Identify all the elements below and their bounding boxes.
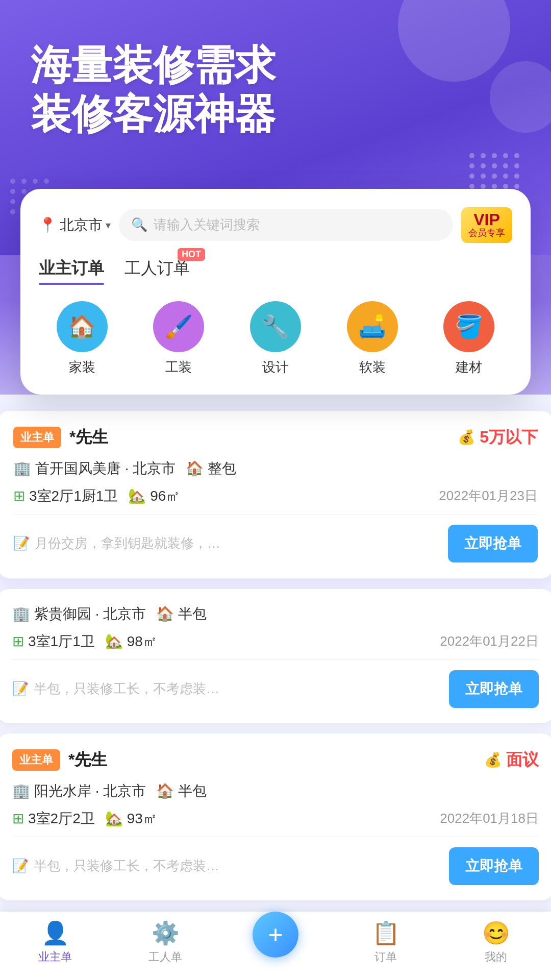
- hero-title: 海量装修需求 装修客源神器: [31, 41, 520, 139]
- order-date-2: 2022年01月22日: [440, 632, 539, 650]
- desc-edit-icon-2: 📝: [12, 681, 29, 697]
- order-header-1: 业主单 *先生 💰 5万以下: [13, 426, 538, 449]
- nav-item-worker[interactable]: ⚙️ 工人单: [110, 920, 220, 965]
- order-rooms-text-3: 3室2厅2卫: [28, 809, 95, 828]
- vip-badge[interactable]: VIP 会员专享: [461, 207, 512, 243]
- hot-badge: HOT: [178, 248, 205, 261]
- package-icon-1: 🏠: [186, 460, 204, 477]
- order-type-badge-3: 业主单: [12, 749, 60, 771]
- order-desc-3: 📝 半包，只装修工长，不考虑装…: [12, 857, 449, 875]
- order-building-text-3: 阳光水岸 · 北京市: [34, 781, 146, 801]
- tab-owner[interactable]: 业主订单: [39, 257, 104, 285]
- order-budget-1: 💰 5万以下: [458, 426, 538, 449]
- main-content: 海量装修需求 装修客源神器 📍 北京市 ▾ 🔍 请输入关键词搜索 VIP 会员专…: [0, 0, 551, 980]
- tab-worker[interactable]: 工人订单 HOT: [124, 257, 190, 285]
- budget-text-3: 面议: [506, 749, 539, 771]
- category-material[interactable]: 🪣 建材: [425, 301, 512, 376]
- material-icon: 🪣: [443, 301, 494, 352]
- budget-text-1: 5万以下: [480, 426, 538, 449]
- area-icon-3: 🏡: [105, 810, 123, 827]
- order-area-text-3: 93㎡: [127, 809, 157, 828]
- order-area-3: 🏡 93㎡: [105, 809, 157, 828]
- location-pin-icon: 📍: [39, 216, 57, 233]
- tab-bar: 业主订单 工人订单 HOT: [39, 257, 512, 285]
- area-icon-1: 🏡: [128, 487, 146, 504]
- rooms-icon-1: ⊞: [13, 487, 25, 504]
- category-home[interactable]: 🏠 家装: [39, 301, 126, 376]
- order-building-text-1: 首开国风美唐 · 北京市: [35, 459, 176, 478]
- publish-button[interactable]: +: [253, 912, 298, 958]
- order-area-text-2: 98㎡: [127, 632, 157, 651]
- order-desc-1: 📝 月份交房，拿到钥匙就装修，…: [13, 534, 448, 552]
- order-rooms-1: ⊞ 3室2厅1厨1卫: [13, 486, 118, 506]
- order-header-3: 业主单 *先生 💰 面议: [12, 749, 539, 771]
- order-building-1: 🏢 首开国风美唐 · 北京市: [13, 459, 176, 478]
- order-divider-3: [12, 837, 539, 837]
- order-info-row-1a: 🏢 首开国风美唐 · 北京市 🏠 整包: [13, 459, 538, 478]
- order-rooms-2: ⊞ 3室1厅1卫: [12, 632, 95, 651]
- order-info-row-3a: 🏢 阳光水岸 · 北京市 🏠 半包: [12, 781, 539, 801]
- order-package-1: 🏠 整包: [186, 459, 236, 478]
- nav-worker-label: 工人单: [148, 949, 182, 965]
- order-info-row-3b: ⊞ 3室2厅2卫 🏡 93㎡ 2022年01月18日: [12, 809, 539, 828]
- nav-order-icon: 📋: [372, 920, 400, 946]
- nav-item-owner[interactable]: 👤 业主单: [0, 920, 110, 965]
- order-rooms-text-1: 3室2厅1厨1卫: [29, 486, 118, 506]
- order-info-row-2a: 🏢 紫贵御园 · 北京市 🏠 半包: [12, 604, 539, 624]
- search-bar: 📍 北京市 ▾ 🔍 请输入关键词搜索 VIP 会员专享: [39, 207, 512, 243]
- order-rooms-3: ⊞ 3室2厅2卫: [12, 809, 95, 828]
- order-budget-3: 💰 面议: [484, 749, 539, 771]
- nav-item-order[interactable]: 📋 订单: [331, 920, 441, 965]
- order-desc-text-3: 半包，只装修工长，不考虑装…: [34, 857, 219, 875]
- package-icon-2: 🏠: [156, 605, 174, 622]
- order-building-text-2: 紫贵御园 · 北京市: [34, 604, 146, 624]
- budget-icon-1: 💰: [458, 429, 475, 446]
- nav-mine-icon: 😊: [482, 920, 510, 946]
- grab-order-button-3[interactable]: 立即抢单: [449, 847, 539, 885]
- desc-edit-icon-1: 📝: [13, 535, 30, 551]
- commercial-icon: 🖌️: [153, 301, 204, 352]
- nav-mine-label: 我的: [485, 949, 507, 965]
- nav-item-mine[interactable]: 😊 我的: [441, 920, 551, 965]
- order-name-1: *先生: [69, 426, 108, 449]
- order-divider-2: [12, 659, 539, 660]
- order-desc-text-2: 半包，只装修工长，不考虑装…: [34, 680, 219, 698]
- bottom-navigation: 👤 业主单 ⚙️ 工人单 + 📋 订单 😊 我的: [0, 912, 551, 980]
- category-design[interactable]: 🔧 设计: [232, 301, 319, 376]
- location-button[interactable]: 📍 北京市 ▾: [39, 215, 111, 235]
- order-area-2: 🏡 98㎡: [105, 632, 157, 651]
- category-commercial-label: 工装: [165, 358, 192, 376]
- order-card-featured: 业主单 *先生 💰 5万以下 🏢 首开国风美唐 · 北京市 🏠 整包: [0, 410, 551, 579]
- nav-owner-label: 业主单: [38, 949, 72, 965]
- order-package-2: 🏠 半包: [156, 604, 207, 624]
- vip-sublabel: 会员专享: [468, 228, 505, 239]
- search-input-wrapper[interactable]: 🔍 请输入关键词搜索: [119, 209, 453, 241]
- budget-icon-3: 💰: [484, 751, 502, 768]
- search-placeholder: 请输入关键词搜索: [154, 216, 260, 234]
- order-name-3: *先生: [68, 749, 107, 771]
- vip-label: VIP: [473, 211, 500, 228]
- order-area-1: 🏡 96㎡: [128, 486, 180, 506]
- category-commercial[interactable]: 🖌️ 工装: [136, 301, 222, 376]
- category-home-label: 家装: [69, 358, 95, 376]
- order-package-text-3: 半包: [178, 781, 207, 801]
- order-date-1: 2022年01月23日: [439, 487, 538, 505]
- package-icon-3: 🏠: [156, 782, 174, 799]
- grab-order-button-1[interactable]: 立即抢单: [448, 525, 538, 562]
- building-icon-1: 🏢: [13, 460, 31, 477]
- order-footer-2: 📝 半包，只装修工长，不考虑装… 立即抢单: [12, 670, 539, 708]
- order-package-3: 🏠 半包: [156, 781, 207, 801]
- order-area-text-1: 96㎡: [150, 486, 180, 506]
- order-footer-3: 📝 半包，只装修工长，不考虑装… 立即抢单: [12, 847, 539, 885]
- order-desc-text-1: 月份交房，拿到钥匙就装修，…: [35, 534, 220, 552]
- chevron-down-icon: ▾: [106, 219, 111, 231]
- order-date-3: 2022年01月18日: [440, 810, 539, 827]
- category-soft[interactable]: 🛋️ 软装: [329, 301, 416, 376]
- orders-container: 业主单 *先生 💰 5万以下 🏢 首开国风美唐 · 北京市 🏠 整包: [0, 395, 551, 921]
- area-icon-2: 🏡: [105, 633, 123, 650]
- order-type-badge-1: 业主单: [13, 427, 61, 448]
- nav-owner-icon: 👤: [41, 920, 69, 946]
- home-icon: 🏠: [57, 301, 108, 352]
- grab-order-button-2[interactable]: 立即抢单: [449, 670, 539, 708]
- search-icon: 🔍: [131, 217, 147, 233]
